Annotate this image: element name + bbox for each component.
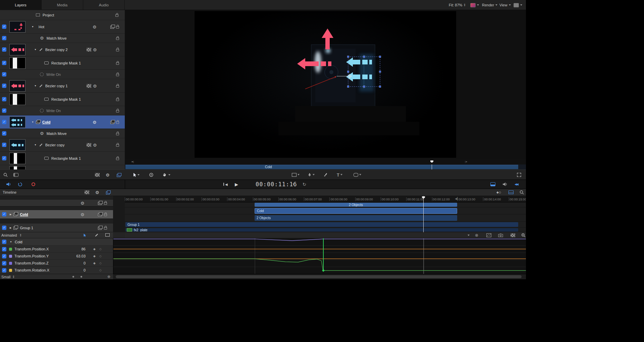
behaviors-gear-icon[interactable]: ⚙ <box>93 143 97 147</box>
parameter-checkbox[interactable]: ✓ <box>2 261 6 265</box>
track-bar[interactable]: 2 Objects <box>255 215 457 221</box>
parameter-value[interactable]: 86 <box>82 247 86 251</box>
frame-tool[interactable] <box>292 173 300 177</box>
keyframe-navigator-icon[interactable]: ◆ <box>93 254 96 258</box>
audio-playback-icon[interactable] <box>6 182 11 187</box>
record-animation-icon[interactable] <box>32 183 35 186</box>
visibility-checkbox[interactable]: ✓ <box>2 226 6 230</box>
lock-icon[interactable] <box>116 72 119 77</box>
color-channel-control[interactable] <box>470 0 479 10</box>
behavior-column-icon[interactable]: ⚙ <box>95 190 99 195</box>
lock-icon[interactable] <box>116 25 119 29</box>
track-row-cold[interactable]: Cold <box>125 208 526 214</box>
add-keyframe-icon[interactable]: ◇ <box>99 247 102 251</box>
layer-row-bezier-copy-2[interactable]: ✓ ▼ Bezier copy 2 ⚙ <box>0 43 125 56</box>
zoom-slider-dot[interactable] <box>80 276 82 278</box>
blend-checker-icon[interactable] <box>87 143 91 147</box>
layer-row-rectangle-mask-1c[interactable]: ✓ Rectangle Mask 1 <box>0 152 125 165</box>
track-row-group[interactable]: Group 1 <box>125 222 526 228</box>
clear-circle-x-icon[interactable]: ⊗ <box>475 233 478 238</box>
zoom-plus-icon[interactable] <box>521 233 526 237</box>
parameter-row[interactable]: ✓ Transform.Rotation.X 0 ◇ <box>0 267 113 274</box>
visibility-checkbox[interactable]: ✓ <box>2 61 6 65</box>
keyframe-curves[interactable] <box>113 238 526 274</box>
cursor-tool-icon[interactable] <box>83 233 87 237</box>
disclosure-triangle[interactable]: ▶ <box>10 227 11 229</box>
curve-size-label[interactable]: Small <box>1 275 11 279</box>
adjust-tool[interactable] <box>149 173 154 177</box>
paint-brush-tool[interactable] <box>323 173 327 177</box>
blend-column-icon[interactable] <box>95 173 100 177</box>
timecode-display[interactable]: 00:00:11:16 <box>256 181 297 188</box>
keyframe-filter-icon[interactable]: ◆◇ <box>496 191 501 194</box>
lock-icon[interactable] <box>116 143 119 147</box>
thumbnail-display-icon[interactable] <box>13 173 18 177</box>
layer-row-write-on[interactable]: ✓ Write On <box>0 70 125 79</box>
visibility-checkbox[interactable]: ✓ <box>2 212 6 216</box>
mini-timeline-bar[interactable]: Cold <box>125 165 518 169</box>
tab-layers[interactable]: Layers <box>0 0 42 10</box>
add-keyframe-icon[interactable]: ◇ <box>99 254 102 258</box>
disclosure-triangle[interactable]: ▶ <box>10 213 11 216</box>
disclosure-triangle[interactable]: ▼ <box>10 241 12 243</box>
keyframe-box-icon[interactable] <box>105 233 110 237</box>
layers-column-icon[interactable] <box>117 173 121 177</box>
viewport-layout-control[interactable] <box>514 0 522 10</box>
visibility-checkbox[interactable]: ✓ <box>2 36 6 40</box>
layers-column-icon[interactable] <box>106 191 110 194</box>
track-bar[interactable]: Cold <box>255 208 457 214</box>
shape-mask-tool[interactable] <box>354 173 361 177</box>
visibility-checkbox[interactable]: ✓ <box>2 131 6 136</box>
behaviors-gear-icon[interactable]: ⚙ <box>93 25 97 29</box>
track-bar[interactable]: fx2_plate <box>125 228 518 232</box>
tab-media[interactable]: Media <box>42 0 83 10</box>
disclosure-triangle[interactable]: ▼ <box>34 85 37 87</box>
zoom-plus-icon[interactable]: ⊕ <box>107 275 110 279</box>
track-row[interactable]: 2 Objects <box>125 202 526 207</box>
track-display-icon[interactable] <box>508 191 514 194</box>
canvas-image[interactable] <box>195 11 456 158</box>
collapse-double-chevron-icon[interactable]: ◀◀ <box>515 183 518 186</box>
timecode-chevron-icon[interactable] <box>292 184 294 185</box>
canvas-viewer[interactable] <box>125 10 526 159</box>
track-header-group1[interactable]: ✓ ▶ Group 1 <box>0 224 113 232</box>
parameter-row[interactable]: ✓ Transform.Position.Z 0 ◆ ◇ <box>0 260 113 267</box>
keyframe-navigator-icon[interactable]: ◆ <box>93 247 96 251</box>
layer-row-cold-selected[interactable]: ✓ ▼ Cold ⚙ <box>0 115 125 129</box>
blend-checker-icon[interactable] <box>87 84 91 88</box>
parameter-row[interactable]: ✓ Transform.Position.Y 63.03 ◆ ◇ <box>0 253 113 260</box>
blend-checker-icon[interactable] <box>87 48 91 51</box>
text-tool[interactable]: T <box>337 172 342 177</box>
scrollbar-thumb[interactable] <box>116 275 522 278</box>
play-button[interactable]: ▶ <box>235 182 238 187</box>
parameter-row[interactable]: ✓ Transform.Position.X 86 ◆ ◇ <box>0 246 113 253</box>
lock-icon[interactable] <box>116 36 119 41</box>
mini-timeline-bar-row[interactable]: Cold <box>125 164 526 169</box>
layer-row-project[interactable]: Project <box>0 10 125 20</box>
keyframe-navigator-icon[interactable]: ◆ <box>93 261 96 265</box>
layer-row-bezier-copy[interactable]: ✓ ▼ Bezier copy ⚙ <box>0 138 125 152</box>
behaviors-gear-icon[interactable]: ⚙ <box>93 47 97 52</box>
visibility-checkbox[interactable]: ✓ <box>2 240 6 244</box>
visibility-checkbox[interactable]: ✓ <box>2 47 6 52</box>
layers-stack-icon[interactable] <box>98 226 102 230</box>
visibility-checkbox[interactable]: ✓ <box>2 84 6 88</box>
select-tool[interactable] <box>133 173 140 177</box>
visibility-checkbox[interactable]: ✓ <box>2 72 6 77</box>
chevron-down-icon[interactable] <box>468 235 470 236</box>
fullscreen-icon[interactable] <box>517 173 521 177</box>
lock-icon[interactable] <box>104 201 107 205</box>
fit-stepper-icon[interactable]: ▲▼ <box>464 3 466 7</box>
layer-row-bezier-copy-1[interactable]: ✓ ▼ Bezier copy 1 ⚙ <box>0 79 125 93</box>
disclosure-triangle[interactable]: ▼ <box>34 144 37 146</box>
layers-stack-icon[interactable] <box>110 25 115 29</box>
curve-position-x[interactable] <box>113 259 526 271</box>
parameter-value[interactable]: 63.03 <box>76 254 86 258</box>
curve-position-y[interactable] <box>113 239 526 241</box>
disclosure-triangle[interactable]: ▼ <box>32 121 34 123</box>
track-header-cold[interactable]: ✓ ▶ Cold ⚙ <box>0 210 113 219</box>
render-menu[interactable]: Render <box>482 0 497 10</box>
track-header-partial[interactable]: ⚙ <box>0 200 113 206</box>
search-icon[interactable] <box>3 173 8 177</box>
lock-icon[interactable] <box>116 84 119 88</box>
